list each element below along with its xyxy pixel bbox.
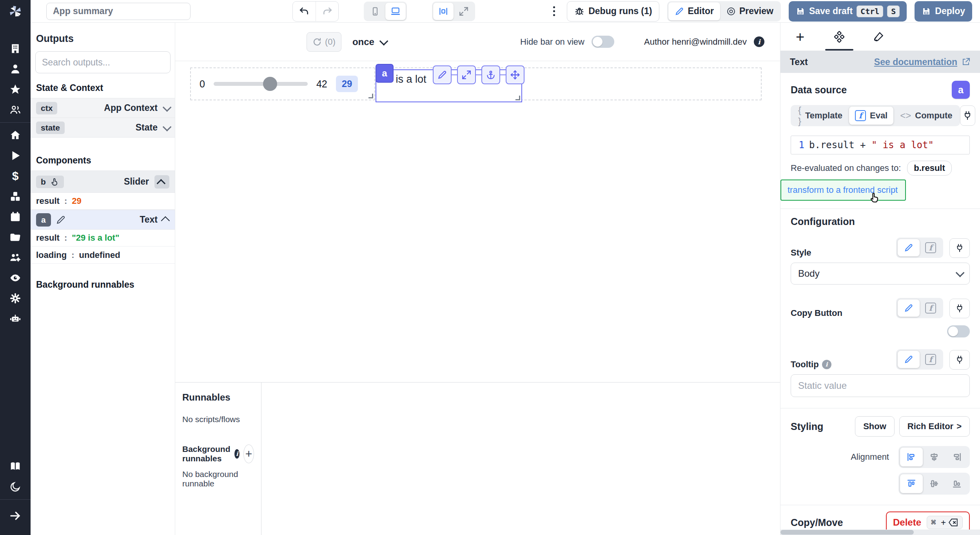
tab-styling[interactable]	[859, 23, 898, 51]
sidebar-item-user[interactable]	[0, 59, 31, 79]
desktop-view-button[interactable]	[385, 3, 406, 20]
search-outputs-input[interactable]	[35, 51, 171, 73]
sidebar-item-resources[interactable]	[0, 186, 31, 207]
align-center-h-button[interactable]	[923, 448, 946, 466]
sidebar-item-home[interactable]	[0, 125, 31, 145]
component-b-result-row[interactable]: result : 29	[31, 192, 175, 210]
text-component-cell[interactable]: a 29 is a lot	[376, 67, 762, 100]
sidebar-item-workspace[interactable]	[0, 38, 31, 59]
transform-frontend-script-link[interactable]: transform to a frontend script	[788, 185, 898, 195]
edit-component-button[interactable]	[433, 65, 452, 84]
resize-handle[interactable]	[515, 96, 520, 100]
sidebar-item-audit[interactable]	[0, 268, 31, 288]
more-menu-button[interactable]	[552, 6, 556, 16]
refresh-mode-dropdown[interactable]: once	[352, 36, 386, 47]
component-a-loading-row[interactable]: loading : undefined	[31, 247, 175, 264]
component-a-result-row[interactable]: result : "29 is a lot"	[31, 229, 175, 247]
collapse-b-button[interactable]	[154, 175, 169, 189]
sidebar-item-workers[interactable]	[0, 247, 31, 268]
eval-mode-button[interactable]: f	[920, 299, 942, 317]
anchor-component-button[interactable]	[481, 65, 500, 84]
resize-handle[interactable]	[368, 94, 373, 98]
static-mode-button[interactable]	[898, 351, 920, 368]
tab-template[interactable]: { } Template	[792, 107, 848, 125]
sidebar-item-schedules[interactable]	[0, 207, 31, 227]
tab-component-settings[interactable]	[820, 23, 859, 51]
sidebar-item-variables[interactable]: $	[0, 166, 31, 186]
show-styling-button[interactable]: Show	[855, 416, 895, 437]
component-row-b[interactable]: b Slider	[31, 170, 175, 193]
info-icon[interactable]: i	[822, 360, 831, 369]
slider-handle[interactable]	[263, 77, 277, 91]
app-canvas[interactable]: 0 42 29 a 29 is a lot	[175, 61, 780, 382]
tab-compute[interactable]: <> Compute	[894, 107, 958, 125]
horizontal-scrollbar[interactable]	[780, 530, 980, 535]
static-mode-button[interactable]	[898, 299, 920, 317]
tab-eval[interactable]: f Eval	[849, 107, 893, 125]
mobile-view-button[interactable]	[365, 3, 385, 20]
tooltip-input[interactable]	[791, 374, 970, 397]
app-summary-input[interactable]	[46, 3, 191, 20]
hide-bar-toggle[interactable]	[592, 36, 614, 48]
deploy-button[interactable]: Deploy	[915, 1, 972, 22]
tab-preview[interactable]: Preview	[720, 2, 780, 20]
add-background-runnable-button[interactable]: +	[243, 444, 254, 463]
chevron-down-icon[interactable]	[163, 122, 172, 131]
sidebar-item-favorites[interactable]	[0, 79, 31, 100]
sidebar-item-runs[interactable]	[0, 145, 31, 166]
info-icon[interactable]: i	[754, 36, 764, 47]
sidebar-item-darkmode[interactable]	[0, 477, 31, 497]
style-select[interactable]: Body	[791, 263, 970, 285]
see-documentation-link[interactable]: See documentation	[874, 57, 971, 67]
info-icon[interactable]: i	[234, 449, 240, 459]
component-row-a[interactable]: a Text	[31, 210, 175, 230]
rich-editor-button[interactable]: Rich Editor >	[899, 416, 970, 437]
tab-insert-component[interactable]: +	[780, 23, 820, 51]
text-component[interactable]: a 29 is a lot	[376, 69, 522, 102]
toolbar-link	[452, 74, 457, 75]
eval-code-editor[interactable]: 1 b.result + " is a lot"	[791, 136, 970, 154]
background-runnables-empty: No background runnable	[182, 470, 254, 488]
connect-input-button[interactable]	[949, 350, 970, 370]
align-bottom-button[interactable]	[946, 474, 968, 493]
slider-track[interactable]	[214, 82, 308, 86]
connect-input-button[interactable]	[960, 105, 975, 126]
move-component-button[interactable]	[506, 65, 524, 84]
fullwidth-button[interactable]	[454, 3, 474, 20]
sidebar-item-expand[interactable]	[0, 502, 31, 530]
eval-mode-button[interactable]: f	[920, 351, 942, 368]
book-icon	[9, 461, 21, 472]
connect-input-button[interactable]	[949, 299, 970, 318]
sidebar-item-ai[interactable]	[0, 308, 31, 329]
slider-component-cell[interactable]: 0 42 29	[190, 67, 375, 100]
connect-input-button[interactable]	[949, 238, 970, 258]
redo-button[interactable]	[316, 2, 338, 21]
chevron-down-icon[interactable]	[163, 103, 172, 112]
static-mode-button[interactable]	[898, 239, 920, 256]
expand-component-button[interactable]	[457, 65, 476, 84]
refresh-button[interactable]: (0)	[307, 32, 341, 52]
save-draft-button[interactable]: Save draft Ctrl S	[789, 1, 907, 22]
align-right-button[interactable]	[946, 448, 968, 466]
center-align-button[interactable]	[433, 3, 454, 20]
component-tag[interactable]: a	[376, 64, 394, 83]
pencil-icon[interactable]	[56, 215, 66, 225]
undo-button[interactable]	[293, 2, 316, 21]
windmill-logo[interactable]	[0, 0, 31, 23]
align-center-v-button[interactable]	[923, 474, 946, 493]
sidebar-item-groups[interactable]	[0, 100, 31, 120]
chevron-up-icon[interactable]	[161, 216, 170, 225]
dependency-pill[interactable]: b.result	[907, 161, 951, 176]
sidebar-item-docs[interactable]	[0, 456, 31, 477]
tab-editor[interactable]: Editor	[668, 2, 720, 20]
debug-runs-button[interactable]: Debug runs (1)	[567, 1, 659, 22]
align-left-button[interactable]	[900, 448, 923, 466]
copy-button-toggle[interactable]	[947, 325, 970, 337]
reevaluated-label: Re-evaluated on changes to:	[791, 163, 901, 173]
sidebar-item-settings[interactable]	[0, 288, 31, 308]
output-row-state[interactable]: state State	[31, 118, 175, 138]
sidebar-item-folders[interactable]	[0, 227, 31, 247]
align-top-button[interactable]	[900, 474, 923, 493]
output-row-ctx[interactable]: ctx App Context	[31, 98, 175, 118]
eval-mode-button[interactable]: f	[920, 239, 942, 256]
